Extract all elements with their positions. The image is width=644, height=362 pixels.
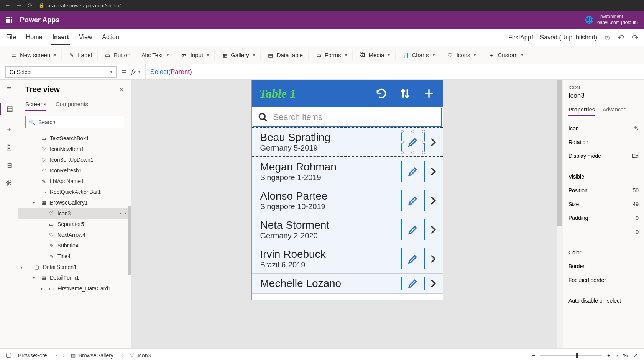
tree-item-separator5[interactable]: ▭Separator5 <box>18 219 131 229</box>
hamburger-icon[interactable]: ≡ <box>7 85 11 93</box>
prop-icon[interactable]: Icon✎ <box>568 121 639 135</box>
prop-size[interactable]: Size49 <box>568 197 639 211</box>
edit-icon-column[interactable] <box>401 277 425 290</box>
list-row[interactable]: Megan Rohman Singapore 1-2019 <box>252 157 443 186</box>
edit-icon-column[interactable] <box>401 161 425 182</box>
tree-item-subtitle4[interactable]: ✎Subtitle4 <box>18 240 131 251</box>
list-row[interactable]: Beau Spratling Germany 5-2019 <box>252 127 443 157</box>
ribbon-button[interactable]: ▭Button <box>99 49 136 61</box>
edit-icon-column[interactable] <box>401 219 425 240</box>
list-row[interactable]: Mechelle Lozano <box>252 274 443 294</box>
forward-icon[interactable]: → <box>16 2 22 9</box>
canvas[interactable]: Table 1 Search items Beau Spratling Germ… <box>131 80 563 348</box>
prop-focused-border[interactable]: Focused border <box>568 273 639 287</box>
tab-components[interactable]: Components <box>56 98 88 111</box>
add-icon[interactable] <box>423 87 435 100</box>
ribbon-label[interactable]: ✎Label <box>63 49 98 61</box>
data-icon[interactable]: 🗄 <box>6 144 13 152</box>
next-arrow[interactable] <box>425 195 441 206</box>
formula-input[interactable]: Select(Parent) <box>145 64 639 79</box>
ribbon-charts[interactable]: 📊Charts▾ <box>397 49 440 61</box>
prop-position[interactable]: Position50 <box>568 183 639 197</box>
ribbon-media[interactable]: 🖼Media▾ <box>354 49 396 61</box>
expand-icon[interactable]: ⤢ <box>633 352 638 359</box>
crumb-browse-gallery[interactable]: ▦BrowseGallery1 <box>67 352 120 359</box>
app-checker-icon[interactable]: ෆ <box>605 33 610 42</box>
menu-view[interactable]: View <box>78 30 93 45</box>
redo-icon[interactable]: ↷ <box>632 33 639 42</box>
zoom-in-icon[interactable]: + <box>607 352 610 359</box>
ribbon-text[interactable]: AbcText▾ <box>138 49 174 61</box>
prop-rotation[interactable]: Rotation <box>568 135 639 149</box>
tree-item-textsearchbox[interactable]: ▭TextSearchBox1 <box>18 133 131 144</box>
list-row[interactable]: Neta Storment Germany 2-2020 <box>252 215 443 244</box>
next-arrow[interactable] <box>425 224 441 235</box>
menu-file[interactable]: File <box>5 30 17 45</box>
undo-icon[interactable]: ↶ <box>618 33 624 42</box>
tree-item-iconsort[interactable]: ♡IconSortUpDown1 <box>18 154 131 165</box>
sort-icon[interactable] <box>399 87 411 100</box>
tree-item-iconrefresh[interactable]: ♡IconRefresh1 <box>18 165 131 176</box>
tree-item-detailform[interactable]: ▾▤DetailForm1 <box>18 272 131 283</box>
tree-item-iconnewitem[interactable]: ♡IconNewItem1 <box>18 144 131 154</box>
tree-item-firstname[interactable]: ▾▭FirstName_DataCard1 <box>18 283 131 294</box>
tree-item-lblappname[interactable]: ✎LblAppName1 <box>18 176 131 187</box>
fx-label[interactable]: fx ▾ <box>131 69 140 75</box>
prop-padding[interactable]: Padding0 <box>568 211 639 225</box>
tools-icon[interactable]: 🛠 <box>6 180 13 188</box>
tree-item-title4[interactable]: ✎Title4 <box>18 251 131 262</box>
tree-view-icon[interactable]: ▤ <box>0 103 18 115</box>
back-icon[interactable]: ← <box>5 2 11 9</box>
tree-item-rectquick[interactable]: ▭RectQuickActionBar1 <box>18 187 131 197</box>
refresh-icon[interactable] <box>375 87 388 100</box>
tab-properties[interactable]: Properties <box>568 104 595 116</box>
tab-screens[interactable]: Screens <box>25 98 46 111</box>
chevron-down-icon[interactable]: ▾ <box>33 201 35 205</box>
prop-color[interactable]: Color <box>568 246 639 259</box>
prop-border[interactable]: Border— <box>568 259 639 273</box>
menu-insert[interactable]: Insert <box>51 30 70 45</box>
tree-item-icon3[interactable]: ♡Icon3 <box>18 208 131 219</box>
breadcrumb-checkbox[interactable] <box>6 353 11 358</box>
ribbon-gallery[interactable]: ▦Gallery▾ <box>216 49 261 61</box>
environment-selector[interactable]: 🌐 Environment enayu.com (default) <box>585 14 638 26</box>
zoom-slider[interactable] <box>540 355 602 356</box>
prop-display-mode[interactable]: Display modeEd <box>568 149 639 163</box>
property-selector[interactable]: OnSelect ▾ <box>5 66 117 78</box>
ribbon-forms[interactable]: ▭Forms▾ <box>310 49 353 61</box>
edit-icon-column[interactable] <box>401 131 425 152</box>
prop-padding-2[interactable]: 0 <box>568 225 639 239</box>
tree-item-browsegallery[interactable]: ▾▦BrowseGallery1 <box>18 197 131 208</box>
next-arrow[interactable] <box>425 166 441 177</box>
tree-search-input[interactable]: 🔍 Search <box>25 116 124 128</box>
tree-item-detailscreen[interactable]: ▾▢DetailScreen1 <box>18 262 131 272</box>
scrollbar-thumb[interactable] <box>128 206 131 275</box>
url-bar[interactable]: 🔒 as.create.powerapps.com/studio/ <box>39 3 121 8</box>
ribbon-input[interactable]: ⇄Input▾ <box>176 49 215 61</box>
tree-item-nextarrow4[interactable]: ♡NextArrow4 <box>18 229 131 240</box>
waffle-icon[interactable] <box>6 17 12 23</box>
ribbon-new-screen[interactable]: ▭New screen▾ <box>5 49 62 61</box>
list-row[interactable]: Alonso Partee Singapore 10-2019 <box>252 186 443 215</box>
prop-auto-disable[interactable]: Auto disable on select <box>568 294 639 308</box>
edit-icon-column[interactable] <box>401 248 425 269</box>
chevron-down-icon[interactable]: ▾ <box>33 276 35 280</box>
crumb-browse-screen[interactable]: BrowseScre…▾ <box>15 352 60 359</box>
chevron-down-icon[interactable]: ▾ <box>21 265 23 269</box>
ribbon-custom[interactable]: ⊞Custom▾ <box>483 49 529 61</box>
search-items-input[interactable]: Search items <box>253 108 442 127</box>
reload-icon[interactable]: ⟳ <box>28 2 33 9</box>
menu-home[interactable]: Home <box>25 30 43 45</box>
next-arrow[interactable] <box>425 254 441 264</box>
next-arrow[interactable] <box>425 137 441 147</box>
next-arrow[interactable] <box>425 278 441 289</box>
zoom-out-icon[interactable]: − <box>532 352 535 359</box>
canvas-scrollbar[interactable] <box>557 80 563 348</box>
list-row[interactable]: Irvin Roebuck Brazil 6-2019 <box>252 244 443 274</box>
chevron-down-icon[interactable]: ▾ <box>41 287 43 291</box>
ribbon-data-table[interactable]: ▤Data table <box>262 49 309 61</box>
insert-icon[interactable]: ＋ <box>6 124 13 134</box>
prop-visible[interactable]: Visible <box>568 170 639 183</box>
ribbon-icons[interactable]: ♡Icons▾ <box>442 49 482 61</box>
media-rail-icon[interactable]: 🖥 <box>6 162 13 170</box>
